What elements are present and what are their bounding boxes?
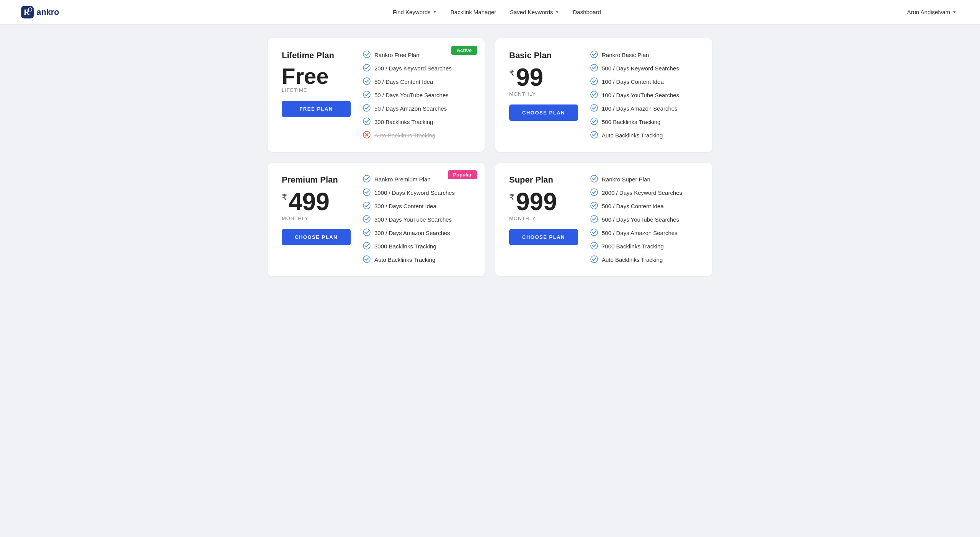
plan-badge-premium: Popular xyxy=(448,170,477,179)
feature-text: 100 / Days YouTube Searches xyxy=(602,92,679,98)
svg-point-8 xyxy=(363,104,370,111)
feature-text: 7000 Backlinks Tracking xyxy=(602,243,664,250)
check-icon xyxy=(363,215,371,224)
feature-text: 3000 Backlinks Tracking xyxy=(374,243,436,250)
plan-price: 999 xyxy=(516,189,557,214)
check-icon xyxy=(363,104,371,113)
plan-name: Lifetime Plan xyxy=(282,51,334,60)
check-icon xyxy=(363,188,371,197)
plan-name: Premium Plan xyxy=(282,175,338,185)
check-icon xyxy=(363,118,371,126)
feature-text: Auto Backlinks Tracking xyxy=(602,256,663,263)
feature-item: Rankro Basic Plan xyxy=(590,51,698,59)
check-icon xyxy=(590,242,598,251)
svg-point-9 xyxy=(363,118,370,125)
plan-btn-basic[interactable]: CHOOSE PLAN xyxy=(509,104,578,121)
feature-text: 300 / Days Amazon Searches xyxy=(374,230,450,236)
nav-user-label[interactable]: Arun Andiselvam ▼ xyxy=(902,6,962,18)
check-icon xyxy=(590,77,598,86)
svg-point-26 xyxy=(363,256,370,263)
check-icon xyxy=(590,255,598,264)
plan-currency: ₹ xyxy=(509,193,514,202)
logo[interactable]: R ankro xyxy=(18,5,80,20)
plan-price-row: ₹ 999 xyxy=(509,189,557,214)
plan-features-super: Rankro Super Plan 2000 / Days Keyword Se… xyxy=(590,175,698,264)
plan-card-premium: Popular Premium Plan ₹ 499 MONTHLY CHOOS… xyxy=(268,163,485,276)
feature-text: 300 Backlinks Tracking xyxy=(374,119,433,125)
nav-saved-keywords[interactable]: Saved Keywords ▼ xyxy=(505,6,564,18)
feature-text: 200 / Days Keyword Searches xyxy=(374,65,452,72)
feature-text: Auto Backlinks Tracking xyxy=(602,132,663,139)
svg-point-30 xyxy=(591,215,598,222)
chevron-down-icon: ▼ xyxy=(433,10,437,14)
feature-item: Rankro Super Plan xyxy=(590,175,698,184)
nav-backlink-manager[interactable]: Backlink Manager xyxy=(445,6,501,18)
check-icon xyxy=(363,91,371,100)
plan-price-row: ₹ 99 xyxy=(509,65,543,90)
navbar: R ankro Find Keywords ▼ Backlink Manager… xyxy=(0,0,980,24)
plan-left-super: Super Plan ₹ 999 MONTHLY CHOOSE PLAN xyxy=(509,175,578,264)
svg-point-17 xyxy=(591,104,598,111)
plan-price-row: ₹ 499 xyxy=(282,189,330,214)
svg-point-21 xyxy=(363,189,370,196)
feature-text: 300 / Days YouTube Searches xyxy=(374,216,452,223)
feature-item: 50 / Days Amazon Searches xyxy=(363,104,471,113)
svg-point-22 xyxy=(363,202,370,209)
feature-item: 500 / Days YouTube Searches xyxy=(590,215,698,224)
plan-name: Basic Plan xyxy=(509,51,552,60)
feature-text: Rankro Basic Plan xyxy=(602,52,649,58)
plan-features-premium: Rankro Premium Plan 1000 / Days Keyword … xyxy=(363,175,471,264)
feature-text: 50 / Days YouTube Searches xyxy=(374,92,449,98)
plan-card-super: Super Plan ₹ 999 MONTHLY CHOOSE PLAN Ran… xyxy=(495,163,712,276)
plan-badge-lifetime: Active xyxy=(451,46,477,55)
svg-point-18 xyxy=(591,118,598,125)
check-icon xyxy=(590,64,598,73)
feature-item: 100 / Days Amazon Searches xyxy=(590,104,698,113)
chevron-down-icon: ▼ xyxy=(952,10,956,14)
nav-dashboard[interactable]: Dashboard xyxy=(567,6,606,18)
plan-price: 99 xyxy=(516,65,543,90)
check-icon xyxy=(363,242,371,251)
feature-item: 500 / Days Amazon Searches xyxy=(590,229,698,237)
feature-item: 50 / Days YouTube Searches xyxy=(363,91,471,100)
feature-item: Auto Backlinks Tracking xyxy=(590,131,698,140)
feature-item: 300 / Days Amazon Searches xyxy=(363,229,471,237)
feature-text: 500 / Days Content Idea xyxy=(602,203,664,209)
plan-left-lifetime: Lifetime Plan Free LIFETIME FREE PLAN xyxy=(282,51,351,140)
nav-links: Find Keywords ▼ Backlink Manager Saved K… xyxy=(107,6,887,18)
svg-point-13 xyxy=(591,51,598,58)
plan-period: LIFETIME xyxy=(282,87,307,93)
plan-card-lifetime: Active Lifetime Plan Free LIFETIME FREE … xyxy=(268,38,485,152)
check-icon xyxy=(590,229,598,237)
nav-user[interactable]: Arun Andiselvam ▼ xyxy=(902,6,962,18)
plan-period: MONTHLY xyxy=(509,91,536,97)
check-icon xyxy=(590,91,598,100)
svg-point-33 xyxy=(591,256,598,263)
svg-point-28 xyxy=(591,189,598,196)
plan-period: MONTHLY xyxy=(509,215,536,221)
check-icon xyxy=(590,51,598,59)
feature-text: 500 Backlinks Tracking xyxy=(602,119,660,125)
check-icon xyxy=(363,51,371,59)
plan-btn-super[interactable]: CHOOSE PLAN xyxy=(509,229,578,245)
feature-item: 500 Backlinks Tracking xyxy=(590,118,698,126)
feature-text: 100 / Days Amazon Searches xyxy=(602,105,678,112)
feature-item: 300 / Days YouTube Searches xyxy=(363,215,471,224)
check-icon xyxy=(590,104,598,113)
svg-point-15 xyxy=(591,78,598,85)
svg-point-27 xyxy=(591,175,598,182)
check-icon xyxy=(363,175,371,184)
plan-currency: ₹ xyxy=(282,193,287,202)
plan-currency: ₹ xyxy=(509,68,514,78)
nav-find-keywords[interactable]: Find Keywords ▼ xyxy=(387,6,442,18)
plan-price: Free xyxy=(282,65,329,87)
check-icon xyxy=(363,77,371,86)
svg-point-29 xyxy=(591,202,598,209)
plan-btn-lifetime[interactable]: FREE PLAN xyxy=(282,101,351,117)
svg-point-32 xyxy=(591,242,598,249)
feature-text: Rankro Free Plan xyxy=(374,52,420,58)
feature-text: Rankro Super Plan xyxy=(602,176,650,183)
svg-point-25 xyxy=(363,242,370,249)
svg-point-16 xyxy=(591,91,598,98)
plan-btn-premium[interactable]: CHOOSE PLAN xyxy=(282,229,351,245)
